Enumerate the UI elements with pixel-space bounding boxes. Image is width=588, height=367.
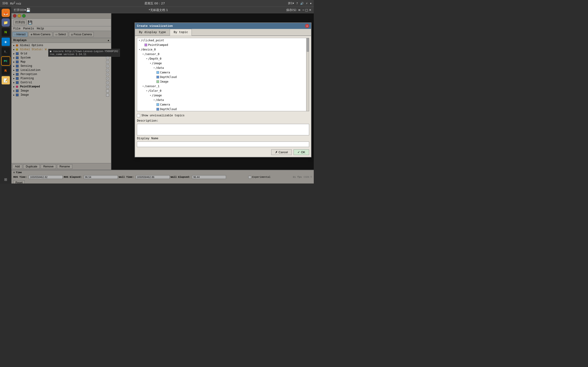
arrow-icon: ▾: [149, 62, 152, 65]
maximize-btn[interactable]: □: [305, 8, 308, 12]
cancel-button[interactable]: ✗ Cancel: [271, 149, 292, 155]
tree-row[interactable]: ▾ /sensor_0: [137, 52, 309, 56]
arrow-icon: ▾: [153, 99, 156, 101]
pycharm-icon[interactable]: PC: [2, 57, 10, 65]
app-name-label: RV2 rviz: [10, 1, 21, 5]
tree-node-label: /Color_0: [148, 89, 308, 92]
tree-node-label: Camera: [160, 103, 308, 106]
tree-node-label: /Depth_0: [148, 57, 308, 60]
close-window-btn[interactable]: ✕: [309, 8, 311, 12]
dialog-overlay: Create visualization ✕ By display type B…: [11, 13, 314, 184]
tree-row[interactable]: ▾ /image: [137, 93, 309, 98]
tree-node-label: /data: [156, 98, 308, 102]
depthcloud-tree-icon: [156, 108, 159, 110]
apps-grid-icon[interactable]: ⊞: [2, 175, 10, 184]
tree-row[interactable]: Camera: [137, 102, 309, 107]
tree-node-label: DepthCloud: [160, 108, 308, 111]
tree-row[interactable]: ▾ /Color_0: [137, 89, 309, 93]
system-bar-center: 星期五 00：27: [145, 1, 165, 6]
dialog-close-btn[interactable]: ✕: [305, 24, 309, 28]
tree-row[interactable]: PointStamped: [137, 43, 309, 47]
tree-row[interactable]: ▾ /data: [137, 98, 309, 102]
tree-scrollbar[interactable]: [306, 38, 309, 111]
save-button[interactable]: 保存(S): [286, 8, 296, 12]
editor-title: *无标题文档 1: [149, 8, 168, 12]
tree-node-label: /image: [152, 94, 308, 97]
arrow-icon: ▾: [138, 48, 141, 51]
create-visualization-dialog: Create visualization ✕ By display type B…: [135, 23, 311, 157]
ok-label: OK: [301, 150, 305, 154]
arrow-icon: ▾: [142, 85, 145, 88]
tree-row[interactable]: ▾ /sensor_1: [137, 84, 309, 89]
tree-row[interactable]: Camera: [137, 70, 309, 75]
ok-button[interactable]: ✓ OK: [294, 149, 309, 155]
camera-tree-icon: [156, 71, 159, 74]
tab-by-topic[interactable]: By topic: [170, 29, 192, 36]
topic-tree[interactable]: ▾ /clicked_point PointStamped ▾ /: [137, 38, 309, 111]
display-name-input[interactable]: [137, 142, 309, 147]
tree-row[interactable]: ▾ /image: [137, 61, 309, 66]
tree-node-label: /data: [156, 66, 308, 69]
arrow-icon: ▾: [142, 53, 145, 56]
arrow-icon: ▾: [149, 94, 152, 97]
open-file-btn[interactable]: 打开(O)▾: [14, 8, 26, 12]
tree-node-label: /sensor_0: [145, 52, 308, 56]
pointstamped-tree-icon: [145, 44, 147, 46]
editor-header: 打开(O)▾ 💾 *无标题文档 1 保存(S) ≡ ─ □ ✕: [11, 7, 314, 13]
system-bar-left: 活动 RV2 rviz: [2, 1, 21, 5]
tree-row[interactable]: DepthCloud: [137, 75, 309, 79]
dialog-title: Create visualization: [137, 24, 173, 28]
system-bar: 活动 RV2 rviz 星期五 00：27 拼1▾ ? 🔊 ⚡ ▾: [0, 0, 314, 7]
editor-menu-icon[interactable]: ≡: [298, 8, 301, 12]
cancel-label: Cancel: [279, 150, 288, 154]
arrow-icon: ▾: [153, 67, 156, 69]
menu-arrow-icon[interactable]: ▾: [310, 2, 311, 5]
ime-indicator[interactable]: 拼1▾: [288, 1, 294, 5]
tree-node-label: Camera: [160, 71, 308, 74]
cancel-icon: ✗: [275, 150, 278, 154]
tree-row[interactable]: ▾ /Depth_0: [137, 56, 309, 61]
terminal-icon[interactable]: $_: [2, 47, 10, 56]
app-sidebar: 🦊 📁 N ◈ $_ PC R 📝 ⊞: [0, 7, 11, 184]
main-layout: 🦊 📁 N ◈ $_ PC R 📝 ⊞ 打开(O)▾ 💾 *无标题文档 1 保存…: [0, 7, 314, 184]
notepad-icon[interactable]: 📝: [2, 76, 10, 84]
dialog-tabs: By display type By topic: [135, 29, 311, 36]
content-area: 打开(O)▾ 💾 *无标题文档 1 保存(S) ≡ ─ □ ✕ Publishe…: [11, 7, 314, 184]
ros-info-bar: ■ roscore http://town-Lenovo-Legion-Y900…: [48, 49, 120, 57]
tab-by-display-type[interactable]: By display type: [135, 29, 170, 35]
nvidia-icon[interactable]: N: [2, 28, 10, 36]
tree-row[interactable]: ▾ /device_0: [137, 47, 309, 52]
scrollbar-thumb[interactable]: [307, 38, 309, 52]
description-section-label: Description:: [135, 118, 311, 123]
volume-icon[interactable]: 🔊: [300, 2, 304, 5]
arrow-icon: ▾: [145, 90, 148, 92]
vscode-icon[interactable]: ◈: [2, 38, 10, 46]
help-icon[interactable]: ?: [296, 2, 298, 5]
rviz-app-icon[interactable]: R: [2, 67, 10, 75]
power-icon[interactable]: ⚡: [306, 2, 308, 5]
arrow-icon: ▾: [145, 57, 148, 60]
files-icon[interactable]: 📁: [2, 18, 10, 27]
tree-row[interactable]: ▾ /clicked_point: [137, 38, 309, 43]
tree-node-label: PointStamped: [148, 43, 308, 47]
description-input: [137, 124, 309, 135]
tree-node-label: /device_0: [141, 48, 308, 51]
save-to-icon[interactable]: 💾: [26, 8, 31, 12]
tree-row[interactable]: Image: [137, 79, 309, 84]
tree-node-label: /image: [152, 62, 308, 65]
tree-row[interactable]: ▾ /data: [137, 66, 309, 70]
show-unvisualizable-checkbox[interactable]: [137, 114, 140, 117]
dialog-buttons: ✗ Cancel ✓ OK: [135, 148, 311, 157]
depthcloud-tree-icon: [156, 76, 159, 78]
firefox-icon[interactable]: 🦊: [2, 9, 10, 17]
minimize-btn[interactable]: ─: [303, 8, 304, 12]
activities-label[interactable]: 活动: [2, 1, 8, 5]
tree-node-label: DepthCloud: [160, 75, 308, 79]
show-unvisualizable-label: Show unvisualizable topics: [141, 114, 184, 117]
display-name-section-label: Display Name: [135, 136, 311, 141]
dialog-titlebar: Create visualization ✕: [135, 23, 311, 29]
tree-node-label: /sensor_1: [145, 85, 308, 88]
image-tree-icon: [156, 80, 159, 83]
tree-row[interactable]: DepthCloud: [137, 107, 309, 111]
terminal-area: Published topics: * /device_0/sensor_0/o…: [11, 13, 314, 184]
